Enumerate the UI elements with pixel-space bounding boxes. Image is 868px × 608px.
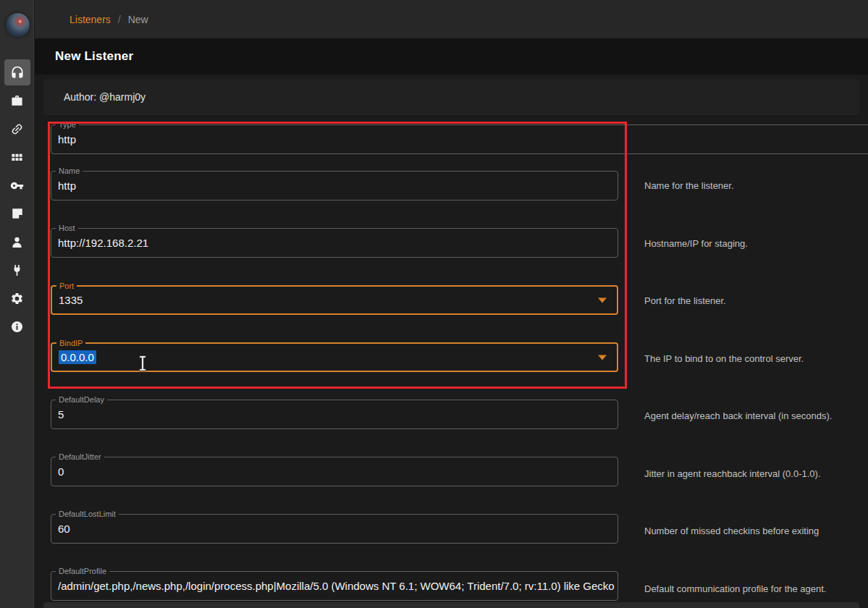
sidebar-item-settings[interactable]: [4, 285, 30, 311]
field-defaultlostlimit-label: DefaultLostLimit: [56, 510, 119, 519]
breadcrumb-current: New: [128, 14, 148, 25]
sidebar-item-agents[interactable]: [4, 116, 30, 142]
field-defaultprofile[interactable]: DefaultProfile /admin/get.php,/news.php,…: [51, 571, 618, 601]
next-card-edge: [43, 602, 859, 608]
field-defaultdelay[interactable]: DefaultDelay 5: [51, 400, 618, 429]
port-dropdown-arrow-icon[interactable]: [598, 297, 607, 303]
page-title: New Listener: [55, 49, 133, 64]
field-defaultdelay-value: 5: [58, 408, 64, 421]
sidebar-item-credentials[interactable]: [4, 172, 30, 198]
sidebar-item-stagers[interactable]: [4, 88, 30, 114]
field-name-label: Name: [56, 166, 83, 176]
field-type-value: http: [58, 133, 76, 145]
field-defaultdelay-description: Agent delay/reach back interval (in seco…: [644, 410, 832, 422]
link-icon: [7, 119, 27, 139]
author-card: Author: @harmj0y: [43, 79, 859, 115]
field-defaultdelay-label: DefaultDelay: [56, 395, 107, 405]
briefcase-icon: [10, 94, 24, 108]
author-text: Author: @harmj0y: [64, 91, 146, 103]
field-defaultjitter-value: 0: [58, 465, 64, 478]
field-defaultprofile-value: /admin/get.php,/news.php,/login/process.…: [58, 580, 615, 592]
field-bindip-value: 0.0.0.0: [59, 350, 96, 364]
field-defaultjitter-label: DefaultJitter: [56, 452, 104, 462]
field-port[interactable]: Port 1335: [51, 285, 618, 315]
sidebar-item-listeners[interactable]: [4, 59, 30, 85]
field-host-description: Hostname/IP for staging.: [644, 238, 748, 250]
field-defaultlostlimit-description: Number of missed checkins before exiting: [644, 525, 819, 537]
starkiller-logo[interactable]: [6, 13, 30, 37]
field-host[interactable]: Host http://192.168.2.21: [51, 228, 618, 258]
field-defaultprofile-label: DefaultProfile: [56, 567, 109, 576]
field-bindip-label: BindIP: [56, 339, 85, 348]
plug-icon: [10, 263, 24, 277]
field-bindip-description: The IP to bind to on the control server.: [644, 353, 804, 365]
field-bindip[interactable]: BindIP 0.0.0.0: [51, 342, 618, 372]
sidebar-item-about[interactable]: [4, 313, 30, 339]
headphones-icon: [10, 65, 25, 80]
field-defaultjitter-description: Jitter in agent reachback interval (0.0-…: [644, 468, 821, 480]
field-defaultlostlimit[interactable]: DefaultLostLimit 60: [51, 514, 618, 544]
breadcrumb-separator: /: [118, 14, 121, 25]
title-bar: New Listener: [35, 38, 868, 75]
bindip-dropdown-arrow-icon[interactable]: [598, 355, 607, 360]
sidebar: [0, 0, 34, 608]
sidebar-item-modules[interactable]: [4, 144, 30, 170]
field-host-value: http://192.168.2.21: [58, 237, 148, 249]
modules-grid-icon: [10, 151, 24, 164]
field-type-label: Type: [56, 120, 79, 130]
breadcrumb-listeners-link[interactable]: Listeners: [69, 14, 111, 25]
note-icon: [11, 207, 24, 220]
field-defaultjitter[interactable]: DefaultJitter 0: [51, 457, 618, 486]
top-app-bar: Listeners / New: [35, 0, 868, 38]
main-area: Listeners / New New Listener Author: @ha…: [35, 0, 868, 608]
person-icon: [10, 235, 24, 249]
breadcrumb: Listeners / New: [69, 14, 148, 25]
info-icon: [10, 320, 24, 334]
field-host-label: Host: [56, 224, 78, 233]
field-defaultprofile-description: Default communication profile for the ag…: [644, 583, 826, 595]
sidebar-nav: [0, 59, 34, 339]
field-name-value: http: [58, 180, 76, 192]
sidebar-item-users[interactable]: [4, 229, 30, 255]
field-port-description: Port for the listener.: [644, 295, 726, 307]
sidebar-item-reporting[interactable]: [4, 200, 30, 227]
sidebar-item-plugins[interactable]: [4, 257, 30, 283]
field-type[interactable]: Type http: [51, 124, 868, 154]
gear-icon: [10, 292, 24, 305]
field-port-value: 1335: [59, 294, 83, 306]
key-icon: [10, 179, 24, 193]
field-name-description: Name for the listener.: [644, 180, 734, 192]
field-name[interactable]: Name http: [51, 171, 618, 200]
field-defaultlostlimit-value: 60: [58, 523, 70, 535]
field-port-label: Port: [56, 282, 77, 291]
